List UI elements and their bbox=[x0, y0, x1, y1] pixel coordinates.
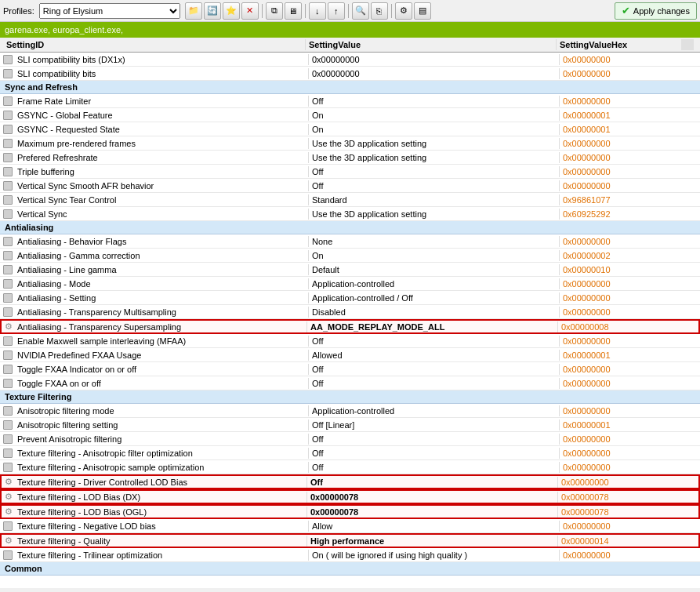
table-row[interactable]: Antialiasing - Transparency Multisamplin… bbox=[0, 305, 700, 319]
cell-hex: 0x00000000 bbox=[559, 166, 684, 177]
cell-settingid: Vertical Sync Smooth AFR behavior bbox=[0, 180, 308, 191]
table-row[interactable]: ⚙Texture filtering - QualityHigh perform… bbox=[0, 533, 700, 548]
table-row[interactable]: Texture filtering - Trilinear optimizati… bbox=[0, 548, 700, 562]
table-row[interactable]: Maximum pre-rendered framesUse the 3D ap… bbox=[0, 136, 700, 151]
table-row[interactable]: Texture filtering - Anisotropic sample o… bbox=[0, 460, 700, 474]
cell-value: Off bbox=[308, 434, 559, 445]
cell-hex: 0x00000001 bbox=[559, 350, 684, 361]
cell-hex: 0x00000000 bbox=[559, 292, 684, 303]
profile-select[interactable]: Ring of Elysium bbox=[39, 3, 180, 19]
cell-value: Use the 3D application setting bbox=[308, 209, 559, 220]
tb-monitor-btn[interactable]: 🖥 bbox=[285, 2, 302, 20]
tb-folder-btn[interactable]: 📁 bbox=[185, 2, 202, 20]
table-row[interactable]: Vertical SyncUse the 3D application sett… bbox=[0, 207, 700, 221]
small-icon bbox=[3, 139, 13, 148]
table-row[interactable]: Anisotropic filtering modeApplication-co… bbox=[0, 404, 700, 418]
table-row[interactable]: ⚙Antialiasing - Transparency Supersampli… bbox=[0, 319, 700, 334]
table-row[interactable]: NVIDIA Predefined FXAA UsageAllowed0x000… bbox=[0, 348, 700, 362]
table-row[interactable]: Frame Rate LimiterOff0x00000000 bbox=[0, 94, 700, 108]
cell-settingid: Prefered Refreshrate bbox=[0, 152, 308, 163]
table-row[interactable]: Antialiasing - Line gammaDefault0x000000… bbox=[0, 263, 700, 277]
cell-value: Off bbox=[308, 166, 559, 177]
tb-arrow-up-btn[interactable]: ↑ bbox=[328, 2, 345, 20]
cell-hex: 0x00000078 bbox=[557, 492, 683, 503]
col-header-settingid: SettingID bbox=[3, 39, 305, 50]
setting-name: Antialiasing - Mode bbox=[17, 279, 91, 289]
table-row[interactable]: ⚙Texture filtering - LOD Bias (OGL)0x000… bbox=[0, 504, 700, 519]
setting-name: Enable Maxwell sample interleaving (MFAA… bbox=[17, 336, 186, 346]
cell-value: Off bbox=[308, 364, 559, 375]
table-row[interactable]: Antialiasing - Behavior FlagsNone0x00000… bbox=[0, 234, 700, 249]
small-icon bbox=[3, 209, 13, 219]
tb-export-btn[interactable]: ⎘ bbox=[371, 2, 388, 20]
table-row[interactable]: SLI compatibility bits0x000000000x000000… bbox=[0, 67, 700, 81]
table-row[interactable]: Antialiasing - ModeApplication-controlle… bbox=[0, 277, 700, 291]
tb-arrow-down-btn[interactable]: ↓ bbox=[309, 2, 326, 20]
tb-star-btn[interactable]: ⭐ bbox=[223, 2, 240, 20]
cell-settingid: ⚙Texture filtering - LOD Bias (DX) bbox=[2, 491, 306, 503]
table-row[interactable]: Toggle FXAA on or offOff0x00000000 bbox=[0, 376, 700, 390]
small-icon bbox=[3, 449, 13, 458]
process-bar: garena.exe, europa_client.exe, bbox=[0, 22, 700, 38]
table-row[interactable]: SLI compatibility bits (DX1x)0x000000000… bbox=[0, 53, 700, 67]
cell-value: On bbox=[308, 110, 559, 121]
tb-settings-btn[interactable]: ⚙ bbox=[395, 2, 412, 20]
small-icon bbox=[3, 181, 13, 191]
cell-hex: 0x00000000 bbox=[559, 96, 684, 107]
cell-settingid: Enable Maxwell sample interleaving (MFAA… bbox=[0, 336, 308, 347]
table-row[interactable]: GSYNC - Global FeatureOn0x00000001 bbox=[0, 108, 700, 122]
cell-settingid: Prevent Anisotropic filtering bbox=[0, 434, 308, 445]
table-row[interactable]: GSYNC - Requested StateOn0x00000001 bbox=[0, 122, 700, 136]
cell-settingid: Toggle FXAA on or off bbox=[0, 378, 308, 389]
separator-3 bbox=[348, 4, 349, 18]
table-row[interactable]: Vertical Sync Tear ControlStandard0x9686… bbox=[0, 193, 700, 207]
tb-refresh-btn[interactable]: 🔄 bbox=[204, 2, 221, 20]
small-icon bbox=[3, 279, 13, 289]
table-row[interactable]: Anisotropic filtering settingOff [Linear… bbox=[0, 418, 700, 432]
small-icon bbox=[3, 521, 13, 531]
cell-hex: 0x00000000 bbox=[559, 54, 684, 65]
table-row[interactable]: Vertical Sync Smooth AFR behaviorOff0x00… bbox=[0, 179, 700, 193]
table-row[interactable]: Texture filtering - Anisotropic filter o… bbox=[0, 446, 700, 460]
cell-hex: 0x00000000 bbox=[559, 307, 684, 318]
section-header-antialiasing: Antialiasing bbox=[0, 221, 700, 234]
small-icon bbox=[3, 550, 13, 560]
setting-name: Vertical Sync Smooth AFR behavior bbox=[17, 181, 154, 191]
tb-close-btn[interactable]: ✕ bbox=[241, 2, 259, 20]
cell-settingid: Anisotropic filtering mode bbox=[0, 405, 308, 416]
cell-value: 0x00000000 bbox=[308, 54, 559, 65]
tb-copy-btn[interactable]: ⧉ bbox=[266, 2, 283, 20]
small-icon bbox=[3, 125, 13, 134]
gear-icon: ⚙ bbox=[5, 536, 13, 546]
table-area[interactable]: SLI compatibility bits (DX1x)0x000000000… bbox=[0, 53, 700, 588]
section-header-sync: Sync and Refresh bbox=[0, 81, 700, 94]
cell-value: Off [Linear] bbox=[308, 419, 559, 430]
cell-settingid: Triple buffering bbox=[0, 166, 308, 177]
setting-name: Vertical Sync bbox=[17, 209, 67, 219]
table-row[interactable]: Enable Maxwell sample interleaving (MFAA… bbox=[0, 334, 700, 348]
cell-hex: 0x00000000 bbox=[559, 180, 684, 191]
table-row[interactable]: Antialiasing - SettingApplication-contro… bbox=[0, 291, 700, 305]
table-row[interactable]: ⚙Texture filtering - LOD Bias (DX)0x0000… bbox=[0, 489, 700, 504]
cell-hex: 0x96861077 bbox=[559, 194, 684, 205]
tb-search-btn[interactable]: 🔍 bbox=[352, 2, 369, 20]
small-icon bbox=[3, 251, 13, 260]
cell-hex: 0x00000000 bbox=[559, 521, 684, 532]
table-row[interactable]: Texture filtering - Negative LOD biasAll… bbox=[0, 519, 700, 533]
cell-hex: 0x00000000 bbox=[559, 405, 684, 416]
cell-hex: 0x00000008 bbox=[557, 321, 683, 332]
table-row[interactable]: Toggle FXAA Indicator on or offOff0x0000… bbox=[0, 362, 700, 376]
small-icon bbox=[3, 167, 13, 176]
table-row[interactable]: Antialiasing - Gamma correctionOn0x00000… bbox=[0, 249, 700, 263]
table-row[interactable]: Triple bufferingOff0x00000000 bbox=[0, 165, 700, 179]
cell-hex: 0x00000000 bbox=[559, 378, 684, 389]
cell-value: On bbox=[308, 250, 559, 261]
cell-settingid: Vertical Sync Tear Control bbox=[0, 194, 308, 205]
tb-misc-btn[interactable]: ▤ bbox=[414, 2, 431, 20]
cell-value: AA_MODE_REPLAY_MODE_ALL bbox=[306, 321, 557, 332]
cell-hex: 0x00000000 bbox=[559, 278, 684, 289]
table-row[interactable]: Prevent Anisotropic filteringOff0x000000… bbox=[0, 432, 700, 446]
apply-changes-button[interactable]: ✔ Apply changes bbox=[615, 2, 697, 20]
table-row[interactable]: ⚙Texture filtering - Driver Controlled L… bbox=[0, 474, 700, 489]
table-row[interactable]: Prefered RefreshrateUse the 3D applicati… bbox=[0, 151, 700, 165]
